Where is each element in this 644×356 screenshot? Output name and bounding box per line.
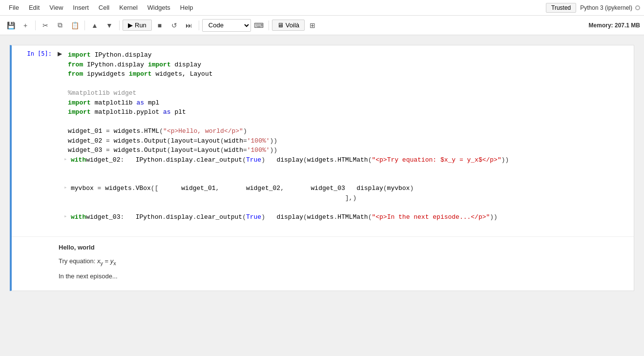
- menu-kernel[interactable]: Kernel: [114, 2, 143, 13]
- copy-button[interactable]: ⧉: [53, 19, 67, 32]
- keyboard-shortcuts-button[interactable]: ⌨: [252, 19, 266, 32]
- cell-run-icon[interactable]: ▶: [56, 50, 64, 57]
- cell-label-text: In [5]:: [27, 50, 52, 57]
- save-button[interactable]: 💾: [4, 19, 18, 32]
- memory-value: 207.1 MB: [615, 22, 640, 29]
- menu-cell[interactable]: Cell: [94, 2, 114, 13]
- cell-output: Hello, world Try equation: xy = yx In th…: [12, 236, 634, 291]
- menu-file[interactable]: File: [4, 2, 24, 13]
- restart-run-button[interactable]: ⏭: [182, 19, 196, 32]
- run-button[interactable]: ▶ Run: [123, 20, 152, 31]
- memory-info: Memory: 207.1 MB: [589, 22, 640, 29]
- menu-insert[interactable]: Insert: [68, 2, 94, 13]
- cell-input-area: In [5]: ▶ import IPython.display from IP…: [12, 45, 634, 236]
- toolbar-separator-4: [199, 21, 199, 30]
- menubar: File Edit View Insert Cell Kernel Widget…: [0, 0, 644, 16]
- dashboard-button[interactable]: ⊞: [306, 19, 319, 32]
- menu-widgets[interactable]: Widgets: [143, 2, 175, 13]
- cell-1: In [5]: ▶ import IPython.display from IP…: [10, 45, 634, 291]
- voila-button[interactable]: 🖥 Voilà: [272, 20, 305, 31]
- toolbar-separator-5: [269, 21, 269, 30]
- memory-label: Memory:: [589, 22, 613, 29]
- stop-button[interactable]: ■: [153, 19, 166, 32]
- cell-type-select[interactable]: Code: [202, 19, 251, 32]
- toolbar: 💾 + ✂ ⧉ 📋 ▲ ▼ ▶ Run ■ ↺ ⏭ Code ⌨ 🖥 Voilà…: [0, 16, 644, 35]
- voila-label: Voilà: [286, 21, 299, 29]
- output-hello-world: Hello, world: [59, 243, 628, 253]
- kernel-info: Python 3 (ipykernel): [580, 4, 640, 11]
- add-cell-button[interactable]: +: [19, 19, 32, 32]
- menu-view[interactable]: View: [44, 2, 68, 13]
- run-icon: ▶: [128, 21, 133, 29]
- kernel-status-icon: [635, 5, 640, 10]
- monitor-icon: 🖥: [277, 21, 284, 29]
- toolbar-separator-2: [84, 21, 85, 30]
- notebook: In [5]: ▶ import IPython.display from IP…: [0, 35, 644, 356]
- cell-code[interactable]: import IPython.display from IPython.disp…: [64, 49, 634, 232]
- run-label: Run: [135, 21, 146, 29]
- cell-label: In [5]:: [12, 49, 56, 58]
- kernel-name: Python 3 (ipykernel): [580, 4, 632, 11]
- restart-button[interactable]: ↺: [167, 19, 181, 32]
- cut-button[interactable]: ✂: [39, 19, 52, 32]
- menu-edit[interactable]: Edit: [24, 2, 44, 13]
- toolbar-separator-1: [35, 21, 36, 30]
- trusted-button[interactable]: Trusted: [546, 3, 576, 13]
- menu-help[interactable]: Help: [175, 2, 198, 13]
- output-equation: Try equation: xy = yx: [59, 256, 628, 268]
- toolbar-separator-3: [119, 21, 120, 30]
- move-up-button[interactable]: ▲: [88, 19, 102, 32]
- paste-button[interactable]: 📋: [68, 19, 82, 32]
- move-down-button[interactable]: ▼: [103, 19, 116, 32]
- output-math: xy = yx: [97, 257, 116, 265]
- output-next-episode: In the next episode...: [59, 272, 628, 282]
